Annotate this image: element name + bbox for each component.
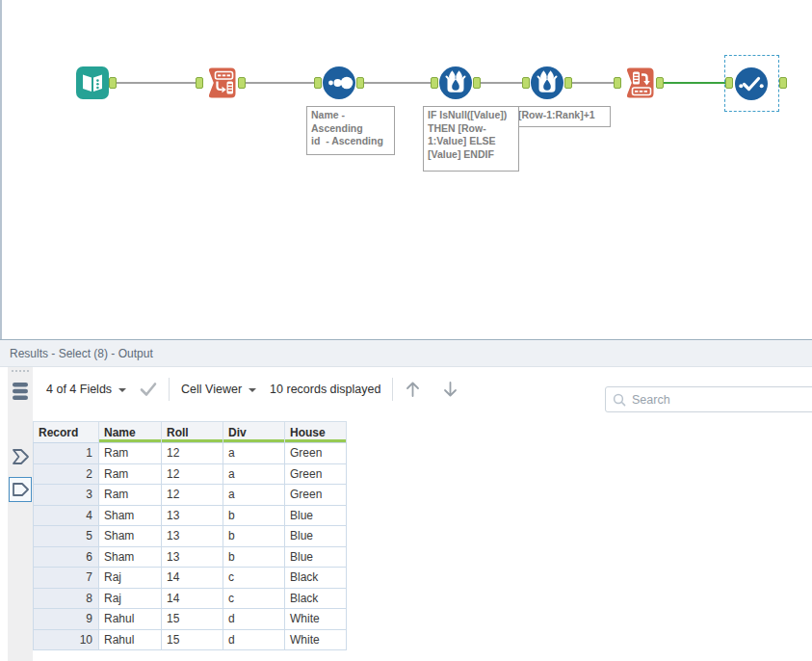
table-row[interactable]: 7Raj14cBlack	[34, 568, 347, 589]
apply-checkmark-icon[interactable]	[140, 382, 157, 397]
data-cell[interactable]: Rahul	[99, 609, 162, 630]
data-cell[interactable]: 12	[162, 463, 223, 485]
data-cell[interactable]: 15	[162, 629, 223, 650]
data-cell[interactable]: c	[223, 588, 285, 609]
data-cell[interactable]: Green	[285, 443, 347, 464]
table-row[interactable]: 10Rahul15dWhite	[34, 629, 347, 650]
data-cell[interactable]: 14	[162, 588, 223, 609]
input-anchor-view-button[interactable]	[9, 444, 32, 469]
record-number-cell[interactable]: 1	[34, 443, 99, 464]
table-row[interactable]: 1Ram12aGreen	[34, 443, 347, 464]
search-box[interactable]	[605, 386, 812, 412]
arrow-up-button[interactable]	[405, 381, 421, 398]
output-anchor[interactable]	[356, 77, 364, 89]
data-cell[interactable]: d	[223, 609, 285, 630]
data-cell[interactable]: White	[285, 609, 347, 630]
table-row[interactable]: 9Rahul15dWhite	[34, 609, 347, 630]
input-anchor[interactable]	[614, 77, 621, 89]
cell-viewer-selector[interactable]: Cell Viewer	[181, 383, 242, 396]
annotation-multi-row-formula-2[interactable]: [Row-1:Rank]+1	[513, 106, 611, 127]
workflow-canvas[interactable]: [Row-1:Rank]+1 IF IsNull([Value]) THEN […	[0, 0, 812, 339]
rail-drag-handle[interactable]	[11, 370, 30, 374]
output-anchor[interactable]	[473, 77, 481, 89]
record-number-cell[interactable]: 8	[34, 588, 99, 609]
chevron-down-icon[interactable]	[118, 388, 126, 392]
check-tool-selected[interactable]	[734, 66, 769, 101]
output-anchor-view-button-selected[interactable]	[9, 477, 32, 502]
record-number-cell[interactable]: 3	[34, 485, 99, 506]
record-number-cell[interactable]: 4	[34, 505, 99, 526]
data-cell[interactable]: b	[223, 505, 285, 526]
record-number-cell[interactable]: 6	[34, 546, 99, 568]
column-header-div[interactable]: Div	[223, 422, 285, 443]
data-cell[interactable]: Green	[285, 485, 347, 506]
data-cell[interactable]: a	[223, 463, 285, 485]
data-cell[interactable]: Sham	[99, 526, 162, 547]
record-number-cell[interactable]: 7	[34, 568, 99, 589]
table-row[interactable]: 5Sham13bBlue	[34, 526, 347, 547]
data-cell[interactable]: c	[223, 568, 285, 589]
select-records-tool[interactable]	[621, 66, 656, 100]
record-number-cell[interactable]: 10	[34, 629, 99, 650]
annotation-multi-row-formula-1[interactable]: IF IsNull([Value]) THEN [Row- 1:Value] E…	[423, 106, 519, 172]
data-cell[interactable]: d	[223, 629, 285, 650]
data-cell[interactable]: Black	[285, 588, 347, 609]
results-titlebar[interactable]: Results - Select (8) - Output	[0, 339, 812, 367]
record-number-cell[interactable]: 5	[34, 526, 99, 547]
input-anchor[interactable]	[314, 77, 322, 89]
input-anchor[interactable]	[431, 77, 438, 89]
column-header-record[interactable]: Record	[34, 422, 99, 443]
data-cell[interactable]: 13	[162, 546, 223, 568]
connection-6-selected[interactable]	[664, 82, 725, 84]
output-anchor[interactable]	[238, 77, 246, 89]
data-cell[interactable]: Rahul	[99, 629, 162, 650]
data-cell[interactable]: 12	[162, 443, 223, 464]
multi-row-formula-tool[interactable]	[530, 66, 564, 100]
multi-row-formula-tool[interactable]	[438, 66, 473, 100]
table-row[interactable]: 8Raj14cBlack	[34, 588, 347, 609]
table-row[interactable]: 3Ram12aGreen	[34, 485, 347, 506]
arrow-down-button[interactable]	[442, 381, 458, 398]
data-cell[interactable]: Ram	[99, 443, 162, 464]
select-tool[interactable]	[203, 66, 238, 100]
annotation-sort[interactable]: Name - Ascending id - Ascending	[306, 106, 395, 155]
output-anchor[interactable]	[779, 77, 787, 89]
table-row[interactable]: 2Ram12aGreen	[34, 463, 347, 485]
data-cell[interactable]: Ram	[99, 485, 162, 506]
output-anchor[interactable]	[564, 77, 572, 89]
data-cell[interactable]: Sham	[99, 505, 162, 526]
column-header-roll[interactable]: Roll	[162, 422, 223, 443]
input-data-tool[interactable]	[75, 66, 110, 100]
output-anchor[interactable]	[656, 77, 664, 89]
input-anchor[interactable]	[725, 77, 733, 89]
data-cell[interactable]: White	[285, 629, 347, 650]
data-cell[interactable]: Raj	[99, 568, 162, 589]
column-header-name[interactable]: Name	[99, 422, 162, 443]
input-anchor[interactable]	[522, 77, 530, 89]
data-cell[interactable]: Green	[285, 463, 347, 485]
output-anchor[interactable]	[109, 77, 117, 89]
record-number-cell[interactable]: 9	[34, 609, 99, 630]
data-cell[interactable]: Ram	[99, 463, 162, 485]
table-row[interactable]: 6Sham13bBlue	[34, 546, 347, 568]
table-row[interactable]: 4Sham13bBlue	[34, 505, 347, 526]
connection-1[interactable]	[117, 82, 196, 84]
data-cell[interactable]: Blue	[285, 546, 347, 568]
data-cell[interactable]: 14	[162, 568, 223, 589]
data-cell[interactable]: 13	[162, 526, 223, 547]
data-cell[interactable]: 12	[162, 485, 223, 506]
data-grid-view-button[interactable]	[9, 379, 32, 404]
data-cell[interactable]: b	[223, 546, 285, 568]
search-input[interactable]	[632, 393, 796, 407]
record-number-cell[interactable]: 2	[34, 463, 99, 485]
fields-selector[interactable]: 4 of 4 Fields	[46, 383, 112, 396]
data-cell[interactable]: b	[223, 526, 285, 547]
data-cell[interactable]: Blue	[285, 505, 347, 526]
data-cell[interactable]: 15	[162, 609, 223, 630]
data-cell[interactable]: Black	[285, 568, 347, 589]
chevron-down-icon[interactable]	[249, 388, 256, 392]
data-cell[interactable]: Raj	[99, 588, 162, 609]
data-cell[interactable]: Blue	[285, 526, 347, 547]
input-anchor[interactable]	[196, 77, 203, 89]
connection-2[interactable]	[246, 82, 314, 84]
